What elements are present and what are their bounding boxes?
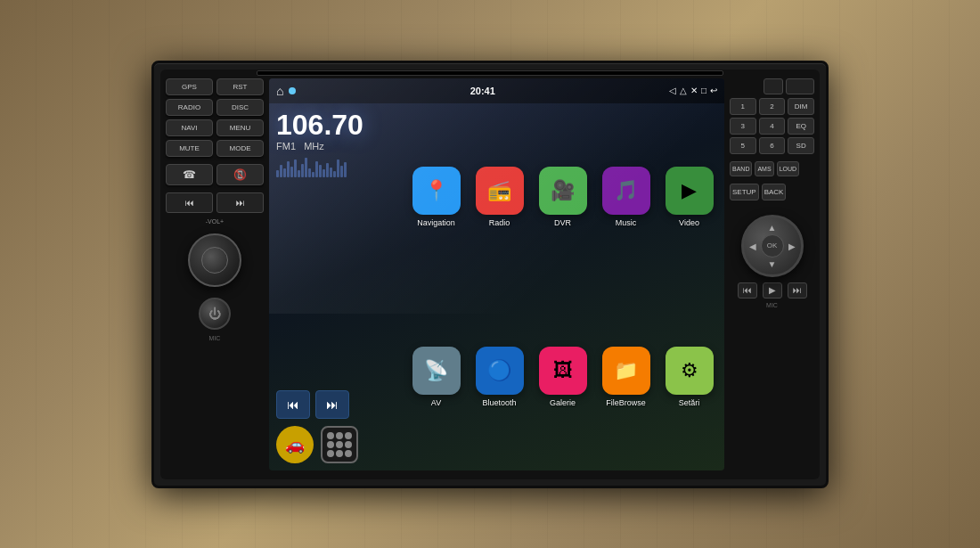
app-filebrowse[interactable]: 📁 FileBrowse [598, 347, 654, 407]
app-av[interactable]: 📡 AV [408, 347, 464, 407]
mic-label-right: MIC [766, 302, 778, 308]
btn-2[interactable]: 2 [759, 98, 786, 115]
filebrowse-app-icon: 📁 [602, 347, 650, 395]
radio-disc-row: RADIO DISC [166, 99, 264, 116]
back-icon[interactable]: ↩ [710, 86, 717, 95]
app-video[interactable]: ▶ Video [661, 167, 717, 227]
btn-eq[interactable]: EQ [788, 118, 814, 135]
settings-app-label: Setări [679, 398, 700, 407]
bluetooth-app-icon: 🔵 [476, 347, 524, 395]
transport-side-buttons: ⏮ ▶ ⏭ [738, 282, 807, 299]
phone-row: ☎ 📵 [166, 164, 264, 185]
radio-frequency: 106.70 [276, 110, 401, 139]
nav-center-button[interactable]: OK [761, 234, 784, 258]
volume-dial[interactable] [188, 233, 241, 287]
app-gallery[interactable]: 🖼 Galerie [535, 347, 591, 407]
status-left: ⌂ [276, 84, 296, 98]
car-icon: 🚗 [285, 435, 305, 454]
hangup-button[interactable]: 📵 [216, 164, 264, 185]
vol-label: -VOL+ [166, 218, 264, 225]
left-control-panel: GPS RST RADIO DISC NAVI MENU MUTE MODE [166, 78, 264, 470]
av-app-icon: 📡 [412, 347, 461, 395]
power-area: ⏻ [166, 298, 264, 330]
call-button[interactable]: ☎ [166, 164, 213, 185]
screen-content: 106.70 FM1 MHz [269, 103, 724, 470]
music-app-icon: 🎵 [602, 167, 650, 215]
app-music[interactable]: 🎵 Music [598, 167, 654, 227]
skip-fwd-button[interactable]: ⏭ [216, 192, 264, 213]
head-unit: GPS RST RADIO DISC NAVI MENU MUTE MODE [151, 61, 829, 488]
navigation-app-label: Navigation [417, 218, 455, 227]
status-bar: ⌂ 20:41 ◁ △ ✕ □ ↩ [269, 78, 724, 103]
app-drawer-button[interactable] [321, 426, 358, 463]
waveform-display [276, 155, 401, 177]
power-button[interactable]: ⏻ [199, 298, 231, 330]
radio-button[interactable]: RADIO [166, 99, 213, 116]
dvr-app-icon: 🎥 [539, 167, 587, 215]
disc-button[interactable]: DISC [216, 99, 264, 116]
mic-label-left: MIC [166, 335, 264, 341]
video-app-label: Video [679, 218, 699, 227]
app-radio[interactable]: 📻 Radio [471, 167, 527, 227]
app-dvr[interactable]: 🎥 DVR [535, 167, 591, 227]
main-area: 106.70 FM1 MHz [276, 110, 717, 463]
music-app-label: Music [616, 218, 637, 227]
transport-row: ⏮ ⏭ [166, 192, 264, 213]
status-time: 20:41 [470, 86, 495, 96]
side-prev-button[interactable]: ⏮ [738, 282, 757, 299]
bottom-shortcut-icons: 🚗 [276, 426, 401, 463]
car-dashboard-scene: GPS RST RADIO DISC NAVI MENU MUTE MODE [0, 0, 980, 548]
eject-slot-button[interactable] [764, 78, 783, 94]
radio-band: FM1 MHz [276, 141, 401, 151]
nav-ok-icon: OK [767, 241, 778, 249]
back-button[interactable]: BACK [762, 184, 787, 200]
prev-track-button[interactable]: ⏮ [276, 390, 310, 419]
status-icons: ◁ △ ✕ □ ↩ [669, 86, 717, 95]
car-icon-button[interactable]: 🚗 [276, 426, 314, 463]
btn-1[interactable]: 1 [730, 98, 756, 115]
btn-5[interactable]: 5 [730, 137, 756, 154]
gps-button[interactable]: GPS [166, 78, 213, 95]
btn-4[interactable]: 4 [759, 118, 786, 135]
side-play-button[interactable]: ▶ [763, 282, 782, 299]
mode-button[interactable]: MODE [216, 140, 264, 157]
navi-menu-row: NAVI MENU [166, 119, 264, 136]
setup-button[interactable]: SETUP [730, 184, 759, 200]
rst-button[interactable]: RST [216, 78, 264, 95]
gallery-app-label: Galerie [550, 398, 576, 407]
cd-slot [257, 70, 723, 76]
video-app-icon: ▶ [666, 167, 714, 215]
mute-button[interactable]: MUTE [166, 140, 213, 157]
btn-3[interactable]: 3 [730, 118, 756, 135]
settings-app-icon: ⚙ [666, 347, 714, 395]
side-next-button[interactable]: ⏭ [788, 282, 807, 299]
band-button[interactable]: BAND [730, 161, 752, 176]
grid-dots-icon [327, 432, 352, 457]
ams-button[interactable]: AMS [755, 161, 773, 176]
right-nav-area: ▲ ▼ ◀ ▶ OK ⏮ ▶ ⏭ MIC [730, 215, 814, 308]
android-screen: ⌂ 20:41 ◁ △ ✕ □ ↩ [269, 78, 724, 470]
app-bluetooth[interactable]: 🔵 Bluetooth [471, 347, 527, 407]
skip-back-button[interactable]: ⏮ [166, 192, 213, 213]
gps-rst-row: GPS RST [166, 78, 264, 95]
right-top-buttons [730, 78, 814, 94]
nav-left-arrow: ◀ [749, 241, 756, 250]
app-navigation[interactable]: 📍 Navigation [408, 167, 464, 227]
loud-button[interactable]: LOUD [777, 161, 799, 176]
nav-ring-control[interactable]: ▲ ▼ ◀ ▶ OK [741, 215, 804, 277]
home-icon[interactable]: ⌂ [276, 84, 283, 98]
btn-dim[interactable]: DIM [788, 98, 814, 115]
app-settings[interactable]: ⚙ Setări [661, 347, 717, 407]
setup-back-row: SETUP BACK [730, 184, 814, 200]
sd-slot-button[interactable] [786, 78, 814, 94]
nav-up-arrow: ▲ [768, 223, 777, 233]
btn-6[interactable]: 6 [759, 137, 786, 154]
btn-sd[interactable]: SD [788, 137, 814, 154]
eject-icon: △ [680, 86, 687, 95]
close-icon: ✕ [690, 86, 698, 95]
navi-button[interactable]: NAVI [166, 119, 213, 136]
next-track-button[interactable]: ⏭ [315, 390, 349, 419]
menu-button[interactable]: MENU [216, 119, 264, 136]
band-ams-loud-row: BAND AMS LOUD [730, 161, 814, 176]
dial-inner [201, 247, 228, 274]
